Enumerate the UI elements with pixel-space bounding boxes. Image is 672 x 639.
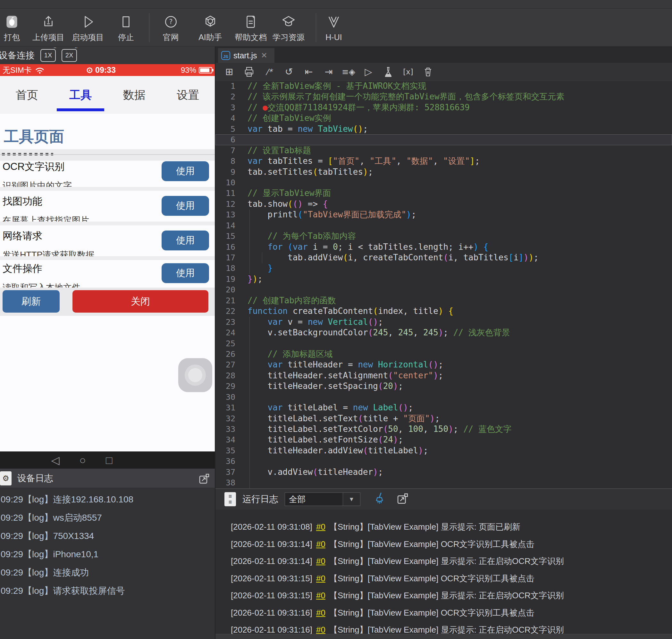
line-number: 34 [216, 434, 237, 445]
scale-2x-button[interactable]: ¨2X [62, 49, 77, 62]
hui-logo-icon [326, 14, 342, 31]
format-code-icon[interactable]: ≡◈ [342, 65, 355, 78]
use-button-file[interactable]: 使用 [161, 263, 209, 283]
code-line-23: 23 var v = new Vertical(); [216, 317, 672, 327]
run-log-entry: [2026-02-11 09:31:16]#0【String】[TabView … [216, 621, 672, 634]
line-number: 14 [216, 220, 237, 231]
code-line-31: 31 var titleLabel = new Label(); [216, 402, 672, 413]
doc-icon [243, 14, 259, 30]
code-line-20: 20 [216, 284, 672, 295]
test-flask-icon[interactable] [382, 65, 394, 78]
nav-home-icon[interactable]: ○ [79, 455, 86, 466]
log-timestamp: [2026-02-11 09:31:15] [231, 591, 312, 601]
line-number: 5 [216, 124, 237, 134]
code-line-35: 35 titleHeader.addView(titleLabel); [216, 445, 672, 456]
line-number: 12 [216, 199, 237, 209]
code-line-8: 8var tabTitles = ["首页", "工具", "数据", "设置"… [216, 156, 672, 167]
log-ref-link[interactable]: #0 [316, 556, 325, 566]
row-separator [0, 256, 215, 260]
clear-log-broom-icon[interactable] [374, 492, 386, 506]
print-icon[interactable] [243, 65, 255, 78]
clear-trash-icon[interactable] [422, 65, 434, 78]
app-tab-settings[interactable]: 设置 [161, 76, 215, 114]
dots-decoration: ¨ [75, 46, 78, 54]
log-ref-link[interactable]: #0 [316, 625, 325, 634]
question-circle-icon: ? [163, 14, 179, 30]
openai-icon [202, 14, 218, 30]
log-ref-link[interactable]: #0 [316, 591, 325, 601]
comment-icon[interactable]: /* [263, 65, 275, 78]
tab-close-icon[interactable]: ✕ [261, 51, 267, 60]
log-message: 【String】[TabView Example] 显示提示: 页面已刷新 [329, 521, 520, 532]
nav-recents-icon[interactable]: □ [106, 455, 112, 466]
device-panel: 设备连接 ¨1X ¨2X 无SIM卡 ⊙ 09:33 93% 首页 工具 [0, 46, 215, 639]
code-line-19: 19}); [216, 274, 672, 284]
run-log-list[interactable]: [2026-02-11 09:31:08]#0【String】[TabView … [216, 510, 672, 634]
upload-icon [41, 14, 57, 30]
toolbar-package-label: 打包 [4, 32, 20, 43]
row-separator [0, 187, 215, 191]
code-line-5: 5var tab = new TabView(); [216, 124, 672, 134]
app-tab-tools[interactable]: 工具 [54, 76, 108, 114]
run-script-icon[interactable]: ▷ [362, 65, 374, 78]
tool-row-network: 网络请求 发送HTTP请求获取数据 使用 [3, 229, 212, 260]
log-ref-link[interactable]: #0 [316, 539, 325, 549]
line-number: 33 [216, 424, 237, 434]
log-ref-link[interactable]: #0 [316, 522, 325, 532]
log-timestamp: [2026-02-11 09:31:14] [231, 556, 312, 566]
code-line-18: 18 } [216, 263, 672, 274]
device-log-list[interactable]: 09:29【log】连接192.168.10.108 09:29【log】ws启… [0, 488, 215, 639]
close-button[interactable]: 关闭 [73, 290, 208, 313]
code-line-29: 29 titleHeader.setSpacing(20); [216, 381, 672, 391]
device-log-expand-icon[interactable] [199, 473, 210, 485]
run-log-expand-icon[interactable] [397, 493, 408, 505]
run-log-entry: [2026-02-11 09:31:15]#0【String】[TabView … [216, 587, 672, 604]
code-line-34: 34 titleLabel.setFontSize(24); [216, 434, 672, 445]
assistive-touch-button[interactable] [178, 358, 212, 392]
line-number: 35 [216, 445, 237, 456]
code-editor[interactable]: 1// 全新TabView案例 - 基于AIWROK文档实现2// 该示例展示了… [216, 81, 672, 488]
variables-icon[interactable]: [x] [402, 65, 414, 78]
log-message: 【String】[TabView Example] OCR文字识别工具被点击 [329, 607, 534, 619]
run-log-entry: [2026-02-11 09:31:14]#0【String】[TabView … [216, 536, 672, 553]
log-timestamp: [2026-02-11 09:31:16] [231, 625, 312, 634]
editor-tab-bar: JS start.js ✕ [216, 46, 672, 63]
code-line-7: 7// 设置Tab标题 [216, 145, 672, 156]
code-line-30: 30 [216, 392, 672, 402]
editor-tab-startjs[interactable]: JS start.js ✕ [218, 48, 275, 63]
outdent-icon[interactable]: ⇤ [303, 65, 315, 78]
line-number: 29 [216, 381, 237, 391]
line-number: 11 [216, 188, 237, 199]
nav-back-icon[interactable]: ◁ [51, 455, 59, 466]
app-tab-bar: 首页 工具 数据 设置 [0, 76, 215, 114]
run-log-title: 运行日志 [243, 493, 278, 505]
status-time: ⊙ 09:33 [0, 65, 202, 75]
indent-icon[interactable]: ⇥ [323, 65, 335, 78]
scale-1x-button[interactable]: ¨1X [41, 49, 56, 62]
toolbar-stop-label: 停止 [118, 32, 134, 43]
main-split: 设备连接 ¨1X ¨2X 无SIM卡 ⊙ 09:33 93% 首页 工具 [0, 46, 672, 639]
log-ref-link[interactable]: #0 [316, 574, 325, 583]
line-number: 13 [216, 209, 237, 220]
toolbar-learning-button[interactable]: 学习资源 [266, 11, 311, 45]
app-tab-home[interactable]: 首页 [0, 76, 54, 114]
toolbar-help-docs-label: 帮助文档 [235, 32, 267, 43]
log-ref-link[interactable]: #0 [316, 608, 325, 618]
app-tab-data[interactable]: 数据 [107, 76, 161, 114]
device-log-entry: 09:29【log】连接192.168.10.108 [0, 490, 215, 509]
code-line-37: 37 v.addView(titleHeader); [216, 467, 672, 478]
toolbar-stop-button[interactable]: 停止 [102, 11, 150, 45]
run-log-entry: [2026-02-11 09:31:16]#0【String】[TabView … [216, 604, 672, 622]
title-divider [0, 149, 215, 161]
line-number: 4 [216, 113, 237, 123]
use-button-network[interactable]: 使用 [161, 231, 209, 250]
new-file-icon[interactable]: ⊞ [223, 65, 235, 78]
undo-icon[interactable]: ↺ [283, 65, 295, 78]
horizontal-scrollbar[interactable] [216, 634, 672, 639]
log-filter-dropdown[interactable]: 全部 ▼ [285, 493, 360, 506]
toolbar-run-project-label: 启动项目 [72, 32, 104, 43]
use-button-ocr[interactable]: 使用 [161, 161, 209, 181]
refresh-button[interactable]: 刷新 [3, 290, 60, 313]
use-button-find-image[interactable]: 使用 [161, 196, 209, 216]
toolbar-hui-button[interactable]: H-UI [310, 11, 358, 45]
